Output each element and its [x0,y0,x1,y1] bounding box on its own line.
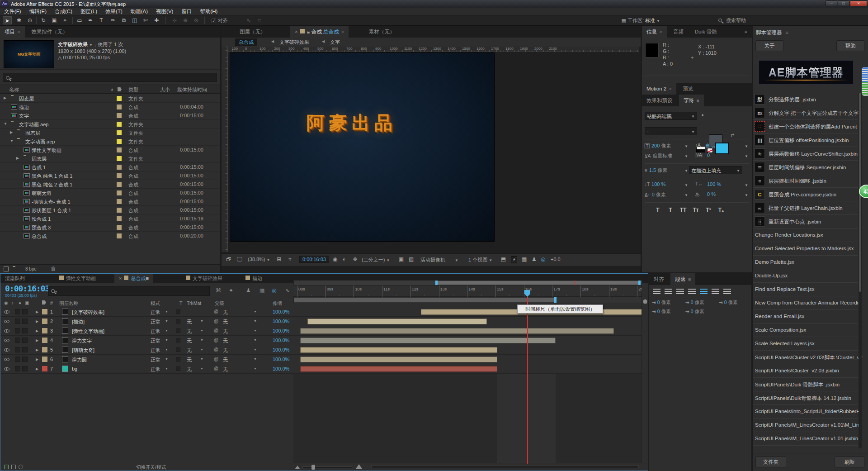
label-color-chip[interactable] [117,182,122,187]
layer-row[interactable]: ▶ 4 弹力文字 正常▼ 无▼ @ 无▼ 100.0% [0,336,642,345]
project-row[interactable]: 预合成 3 合成 0:00:15:00 [0,223,220,232]
mask-visibility-icon[interactable]: ⌗ [288,256,292,262]
paragraph-indent-field[interactable]: ⇥ 0 像素 [685,309,704,315]
item-name[interactable]: 黑色 纯色 2 合成 1 [32,181,72,188]
parent-select[interactable]: 无 [223,309,228,316]
script-list-item[interactable]: Scale Composition.jsx [753,324,858,337]
preserve-transparency-box[interactable] [176,328,180,333]
project-row[interactable]: ▶ 固态层 文件夹 [0,128,220,137]
layer-duration-bar[interactable] [300,366,497,372]
close-button[interactable]: ✕ [850,0,867,6]
help-button[interactable]: 帮助 [836,40,864,51]
resolution-select[interactable]: (二分之一) ▼ [362,257,390,263]
toggle-switches-modes-label[interactable]: 切换开关/模式 [136,464,166,471]
breadcrumb-current[interactable]: 总合成 [235,38,257,46]
item-name[interactable]: 萌萌太奇 [32,190,52,197]
project-row[interactable]: ▼ 文字动画.aep 文件夹 [0,137,220,146]
stretch-value[interactable]: 100.0% [273,328,289,333]
project-row[interactable]: ▶ 固态层 文件夹 [0,154,220,163]
script-label[interactable]: New Comp from Character Animator Recordi… [755,300,861,305]
bit-depth-label[interactable]: 8 bpc [25,266,36,271]
exposure-value[interactable]: +0.0 [551,257,561,262]
refresh-button[interactable]: 刷新 [835,457,864,467]
solo-box-icon[interactable] [15,338,20,343]
script-label[interactable]: Scale Selected Layers.jsx [755,341,815,346]
pickwhip-icon[interactable]: @ [214,319,218,324]
expand-layers-icon[interactable] [4,465,9,469]
tab-timeline-active[interactable]: ×总合成≡ [114,274,153,283]
label-color-chip[interactable] [117,130,122,135]
visibility-eye-icon[interactable] [4,310,9,314]
lock-box-icon[interactable] [22,347,28,352]
graph-icon[interactable]: ∿ [244,16,253,24]
selection-tool-icon[interactable]: ➤ [3,16,12,24]
align-right-icon[interactable] [676,289,684,295]
preserve-transparency-box[interactable] [176,366,180,371]
stretch-value[interactable]: 100.0% [273,347,289,352]
tab-motion2[interactable]: Motion 2≡ [642,83,676,95]
blend-mode-select[interactable]: 正常 [151,347,160,354]
track-matte-select[interactable]: 无 [187,319,192,325]
motion-blur-icon[interactable]: ◎ [272,287,276,294]
visibility-eye-icon[interactable] [4,339,9,342]
item-name[interactable]: 文字 [19,113,29,119]
camera-tool-icon[interactable]: ▣ [50,16,59,24]
script-list-item[interactable]: Render and Email.jsx [753,310,858,324]
item-name[interactable]: 总合成 [32,233,47,240]
panel-menu-icon[interactable]: ≡ [146,276,148,281]
panel-menu-icon[interactable]: ≡ [18,29,20,34]
camera-select[interactable]: 活动摄像机 ▼ [420,257,458,263]
script-list-item[interactable]: 分解文字 把一个文字层分成若干个文字 [753,106,858,120]
font-style-select[interactable]: -▼ [645,127,697,135]
item-name[interactable]: -萌萌太奇- 合成 1 [32,199,71,205]
script-label[interactable]: ScriptUI Panels\M_LinesCreator v1.01\M_L… [755,422,862,428]
lock-box-icon[interactable] [22,309,28,314]
script-list-item[interactable]: 层层函数偏移 LayerCurveShifter.jsxbin [753,147,858,161]
zoom-slider-handle[interactable] [311,465,315,470]
justify-last-left-icon[interactable] [688,289,696,295]
stretch-value[interactable]: 100.0% [273,366,289,371]
comp-marker-icon[interactable] [643,299,647,304]
script-label[interactable]: Double-Up.jsx [755,273,788,278]
lock-box-icon[interactable] [22,328,28,333]
paragraph-indent-field[interactable]: ⇥ 0 像素 [652,300,671,306]
horizontal-scale-field[interactable]: 100 % [707,181,721,187]
expand-arrow-icon[interactable]: ▶ [36,357,38,362]
layer-name[interactable]: [萌萌太奇] [72,347,94,354]
track-matte-select[interactable]: 无 [187,347,192,354]
frame-blending-icon[interactable]: ▦ [259,287,264,294]
solo-box-icon[interactable] [15,347,20,352]
lock-box-icon[interactable] [22,357,28,362]
blend-mode-select[interactable]: 正常 [151,366,160,373]
script-list-item[interactable]: New Comp from Character Animator Recordi… [753,296,858,310]
layer-label-chip[interactable] [42,347,47,352]
tab-duik[interactable]: Duik 骨骼 [690,26,722,38]
preserve-transparency-box[interactable] [176,338,180,343]
label-color-chip[interactable] [117,165,122,170]
adjust-exposure-icon[interactable]: ◎ [541,256,545,262]
tab-timeline-comp2[interactable]: 文字破碎效果 [181,274,227,283]
clone-stamp-tool-icon[interactable]: ⧉ [119,16,128,24]
tab-effects-presets[interactable]: 效果和预设 [642,95,677,106]
stretch-value[interactable]: 100.0% [273,309,289,314]
track-matte-select[interactable]: 无 [187,328,192,335]
script-list-item[interactable]: ScriptUI Panels\M_LinesCreator v1.01.jsx… [753,432,858,446]
pickwhip-icon[interactable]: @ [214,347,218,352]
view-axis-mode-icon[interactable]: ⊗ [192,16,201,24]
pickwhip-icon[interactable]: @ [214,338,218,343]
recorder-widget[interactable] [862,67,868,96]
track-matte-select[interactable]: 无 [187,357,192,363]
layer-label-chip[interactable] [42,319,47,324]
label-color-chip[interactable] [117,147,122,152]
solo-box-icon[interactable] [15,309,20,314]
script-label[interactable]: ScriptUI Panels\Cluster v2.03\脚本 \Cluste… [755,354,863,361]
pen-tool-icon[interactable]: ✒ [86,16,95,24]
script-label[interactable]: 层位置偏移 offsetPositioning.jsxbin [769,137,849,144]
fast-previews-icon[interactable]: ⚡︎ [511,256,517,263]
layer-name[interactable]: [描边] [72,319,85,325]
more-tabs-icon[interactable]: » [740,26,752,38]
script-list-item[interactable]: 分裂选择的层 .jsxbin [753,93,858,106]
script-label[interactable]: ScriptUIPanels\Duik骨骼脚本 14.12.jsxbin [755,395,851,402]
timeline-button-icon[interactable]: ▦ [522,256,527,262]
script-label[interactable]: Render and Email.jsx [755,314,804,319]
